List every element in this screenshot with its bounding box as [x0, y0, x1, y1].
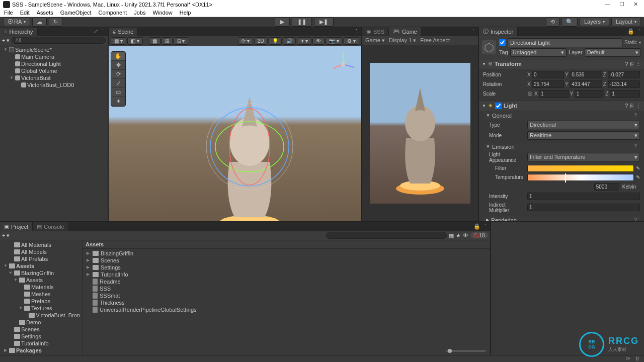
- project-item[interactable]: ▶BlazingGriffin: [83, 250, 490, 257]
- menu-window[interactable]: Window: [153, 10, 173, 16]
- rect-tool[interactable]: ▭: [111, 88, 125, 97]
- panel-menu-icon[interactable]: ⋮: [482, 223, 488, 230]
- hidden-icon[interactable]: 👁: [463, 232, 468, 238]
- aspect-dropdown[interactable]: Free Aspect: [420, 37, 450, 43]
- position-z-input[interactable]: [608, 71, 640, 78]
- step-button[interactable]: ▶❚: [314, 17, 334, 27]
- lighting-toggle[interactable]: 💡: [269, 37, 282, 45]
- scale-tool[interactable]: ⤢: [111, 79, 125, 88]
- preset-icon[interactable]: ⎘: [630, 103, 633, 109]
- tag-dropdown[interactable]: Untagged▾: [510, 48, 567, 57]
- help-icon[interactable]: ?: [634, 113, 637, 118]
- menu-jobs[interactable]: Jobs: [134, 10, 145, 16]
- layers-dropdown[interactable]: Layers▾: [580, 17, 609, 26]
- draw-mode-dropdown[interactable]: ◧ ▾: [127, 37, 143, 45]
- menu-gameobject[interactable]: GameObject: [60, 10, 92, 16]
- project-item[interactable]: SSSmat: [83, 292, 490, 299]
- pause-button[interactable]: ❚❚: [292, 17, 312, 27]
- light-type-dropdown[interactable]: Directional▾: [527, 121, 640, 129]
- project-tree-item[interactable]: VictoriaBust_Bron: [0, 312, 82, 319]
- project-tree-item[interactable]: Demo: [0, 319, 82, 326]
- project-tree-item[interactable]: Prefabs: [0, 298, 82, 305]
- project-tree-item[interactable]: ▼Textures: [0, 305, 82, 312]
- scale-link-icon[interactable]: ⛓: [527, 91, 532, 97]
- snap-toggle[interactable]: ⊞: [162, 37, 173, 45]
- account-button[interactable]: ⦿ RA▾: [3, 17, 30, 26]
- search-button[interactable]: 🔍: [561, 17, 578, 27]
- tab-scene[interactable]: # Scene: [109, 28, 138, 36]
- project-tree-item[interactable]: Meshes: [0, 291, 82, 298]
- tab-console[interactable]: ▤ Console: [33, 222, 68, 231]
- menu-help[interactable]: Help: [180, 10, 191, 16]
- active-checkbox[interactable]: [499, 39, 506, 46]
- project-search-input[interactable]: [326, 232, 447, 239]
- project-tree-item[interactable]: Materials: [0, 284, 82, 291]
- preset-icon[interactable]: ⎘: [630, 61, 633, 67]
- lock-icon[interactable]: 🔒: [473, 223, 480, 230]
- game-dropdown[interactable]: Game ▾: [365, 37, 385, 44]
- layout-dropdown[interactable]: Layout▾: [611, 17, 641, 26]
- light-enabled-checkbox[interactable]: [495, 103, 502, 109]
- thumbnail-size-slider[interactable]: [446, 350, 486, 352]
- hierarchy-item[interactable]: ▼VictoriaBust: [0, 74, 108, 81]
- intensity-input[interactable]: [527, 193, 640, 200]
- project-tree-item[interactable]: Scenes: [0, 326, 82, 333]
- panel-menu-icon[interactable]: ⋮: [470, 28, 476, 35]
- eyedropper-icon[interactable]: ✎: [636, 174, 640, 180]
- minimize-icon[interactable]: —: [605, 1, 610, 8]
- help-icon[interactable]: ?: [625, 61, 628, 67]
- filter-color-swatch[interactable]: [527, 165, 634, 172]
- help-icon[interactable]: ?: [634, 144, 637, 149]
- tab-game[interactable]: 🎮 Game: [389, 27, 422, 36]
- menu-file[interactable]: File: [4, 10, 13, 16]
- menu-assets[interactable]: Assets: [37, 10, 53, 16]
- component-menu-icon[interactable]: ⋮: [635, 61, 641, 67]
- tab-hierarchy[interactable]: ≡ Hierarchy: [0, 28, 38, 36]
- tab-project[interactable]: ▣ Project: [0, 222, 33, 231]
- panel-menu-icon[interactable]: ⋮: [636, 28, 642, 35]
- fx-dropdown[interactable]: ✦ ▾: [297, 37, 312, 45]
- close-icon[interactable]: ✕: [633, 1, 638, 8]
- panel-menu-icon[interactable]: ⋮: [354, 28, 359, 35]
- layer-dropdown[interactable]: Default▾: [585, 48, 641, 57]
- position-x-input[interactable]: [532, 71, 564, 78]
- project-tree-item[interactable]: All Materials: [0, 241, 82, 248]
- project-tree-item[interactable]: ▼Assets: [0, 277, 82, 284]
- project-tree-item[interactable]: ▼Assets: [0, 262, 82, 269]
- play-button[interactable]: ▶: [275, 17, 290, 27]
- audio-toggle[interactable]: 🔊: [283, 37, 296, 45]
- project-tree-item[interactable]: ▶Packages: [0, 347, 82, 354]
- filter-icon[interactable]: ▦: [449, 232, 454, 239]
- display-dropdown[interactable]: Display 1 ▾: [389, 37, 416, 44]
- static-dropdown[interactable]: ▾: [639, 40, 641, 45]
- project-tree-item[interactable]: ▼BlazingGriffin: [0, 269, 82, 277]
- project-tree-item[interactable]: All Prefabs: [0, 255, 82, 262]
- rendering-section-label[interactable]: Rendering: [491, 217, 517, 221]
- project-item[interactable]: SSS: [83, 285, 490, 292]
- hierarchy-item[interactable]: VictoriaBust_LOD0: [0, 81, 108, 88]
- maximize-icon[interactable]: ☐: [619, 1, 624, 8]
- component-menu-icon[interactable]: ⋮: [635, 103, 641, 109]
- kelvin-input[interactable]: [594, 183, 619, 191]
- tab-sss[interactable]: ◉ SSS: [362, 27, 389, 36]
- rotation-z-input[interactable]: [608, 80, 640, 88]
- hand-tool[interactable]: ✋: [111, 52, 125, 61]
- transform-tool[interactable]: ✦: [111, 97, 125, 106]
- gizmos-dropdown[interactable]: ⚙ ▾: [344, 37, 359, 45]
- create-dropdown[interactable]: + ▾: [2, 232, 10, 239]
- foldout-arrow-icon[interactable]: ▼: [482, 62, 486, 66]
- rotation-x-input[interactable]: [532, 80, 564, 88]
- scale-z-input[interactable]: [610, 90, 640, 98]
- eyedropper-icon[interactable]: ✎: [636, 165, 640, 171]
- project-tree-item[interactable]: All Models: [0, 248, 82, 255]
- scale-x-input[interactable]: [539, 90, 569, 98]
- hierarchy-item[interactable]: Main Camera: [0, 53, 108, 60]
- project-item[interactable]: UniversalRenderPipelineGlobalSettings: [83, 306, 490, 313]
- menu-edit[interactable]: Edit: [20, 10, 30, 16]
- hierarchy-search-input[interactable]: [12, 37, 106, 44]
- hierarchy-item[interactable]: Directional Light: [0, 60, 108, 67]
- scene-viewport[interactable]: ✋ ✥ ⟳ ⤢ ▭ ✦: [109, 46, 361, 221]
- hierarchy-item[interactable]: Global Volume: [0, 67, 108, 74]
- indirect-multiplier-input[interactable]: [527, 204, 640, 211]
- tab-inspector[interactable]: ⓘ Inspector: [479, 27, 518, 37]
